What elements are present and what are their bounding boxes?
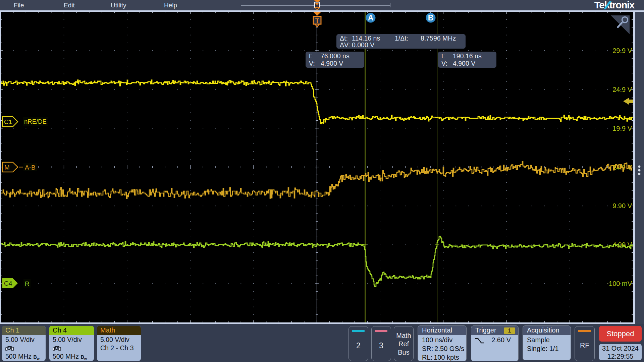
svg-text:29.9 V: 29.9 V [612,47,632,54]
svg-text:M: M [4,164,10,171]
svg-text:C1: C1 [4,118,12,125]
svg-text:Tektronix: Tektronix [594,0,635,10]
svg-text:T: T [316,3,318,8]
svg-text:B: B [428,13,434,22]
svg-text:nRE/DE: nRE/DE [24,118,47,125]
svg-text:A-B: A-B [25,164,36,171]
svg-text:A: A [368,13,374,22]
svg-text:19.9 V: 19.9 V [612,125,632,132]
svg-text:24.9 V: 24.9 V [612,86,632,93]
svg-text:Edit: Edit [64,2,75,9]
svg-text:File: File [14,2,24,9]
svg-text:Utility: Utility [111,2,126,9]
svg-text:R: R [25,280,30,287]
svg-text:T: T [315,17,319,24]
svg-text:Help: Help [164,2,177,9]
svg-text:C4: C4 [4,280,12,287]
svg-text:-100 mV: -100 mV [606,280,632,287]
svg-text:9.90 V: 9.90 V [612,202,632,209]
